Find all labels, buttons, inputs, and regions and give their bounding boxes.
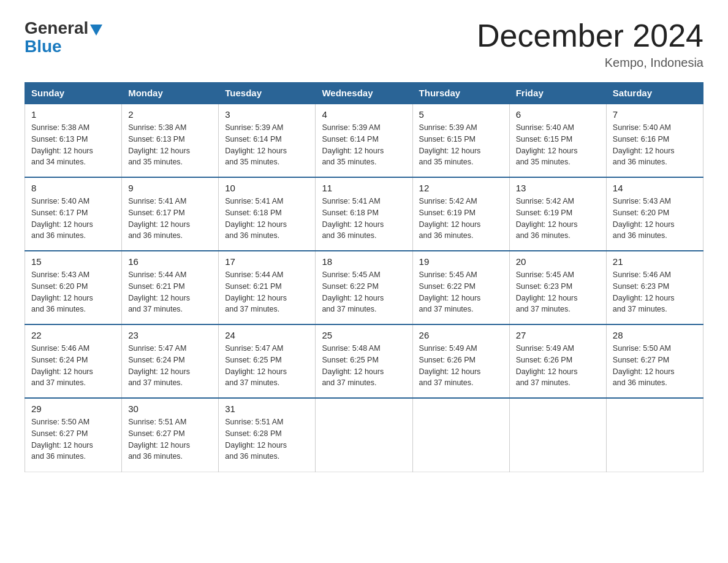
day-info: Sunrise: 5:47 AMSunset: 6:25 PMDaylight:… [225,344,287,387]
day-info: Sunrise: 5:41 AMSunset: 6:17 PMDaylight:… [128,197,190,240]
calendar-week-row: 15 Sunrise: 5:43 AMSunset: 6:20 PMDaylig… [25,251,703,324]
day-number: 1 [31,109,115,120]
day-number: 16 [128,256,212,267]
calendar-body: 1 Sunrise: 5:38 AMSunset: 6:13 PMDayligh… [25,104,703,472]
calendar-day-cell [606,398,703,472]
day-info: Sunrise: 5:46 AMSunset: 6:24 PMDaylight:… [31,344,93,387]
calendar-table: SundayMondayTuesdayWednesdayThursdayFrid… [25,82,703,472]
day-number: 21 [613,256,697,267]
calendar-day-cell: 4 Sunrise: 5:39 AMSunset: 6:14 PMDayligh… [316,104,412,177]
calendar-header: SundayMondayTuesdayWednesdayThursdayFrid… [25,83,703,104]
logo-arrow-icon [90,25,102,36]
day-info: Sunrise: 5:50 AMSunset: 6:27 PMDaylight:… [613,344,675,387]
calendar-day-cell: 23 Sunrise: 5:47 AMSunset: 6:24 PMDaylig… [122,324,219,398]
calendar-day-cell: 16 Sunrise: 5:44 AMSunset: 6:21 PMDaylig… [122,251,219,324]
day-info: Sunrise: 5:40 AMSunset: 6:15 PMDaylight:… [516,123,578,166]
day-number: 19 [419,256,503,267]
day-info: Sunrise: 5:49 AMSunset: 6:26 PMDaylight:… [419,344,481,387]
day-number: 29 [31,404,115,414]
day-number: 26 [419,330,503,340]
weekday-header: Tuesday [219,83,316,104]
day-number: 9 [128,183,212,193]
calendar-day-cell: 6 Sunrise: 5:40 AMSunset: 6:15 PMDayligh… [509,104,606,177]
day-number: 15 [31,256,115,267]
calendar-day-cell: 19 Sunrise: 5:45 AMSunset: 6:22 PMDaylig… [412,251,509,324]
day-info: Sunrise: 5:44 AMSunset: 6:21 PMDaylight:… [128,270,190,313]
day-number: 27 [516,330,600,340]
day-info: Sunrise: 5:42 AMSunset: 6:19 PMDaylight:… [516,197,578,240]
day-number: 24 [225,330,309,340]
day-number: 3 [225,109,309,120]
day-number: 10 [225,183,309,193]
weekday-header: Monday [122,83,219,104]
day-info: Sunrise: 5:42 AMSunset: 6:19 PMDaylight:… [419,197,481,240]
calendar-week-row: 29 Sunrise: 5:50 AMSunset: 6:27 PMDaylig… [25,398,703,472]
day-info: Sunrise: 5:41 AMSunset: 6:18 PMDaylight:… [225,197,287,240]
day-info: Sunrise: 5:50 AMSunset: 6:27 PMDaylight:… [31,418,93,461]
day-number: 8 [31,183,115,193]
day-number: 12 [419,183,503,193]
day-number: 30 [128,404,212,414]
calendar-day-cell: 26 Sunrise: 5:49 AMSunset: 6:26 PMDaylig… [412,324,509,398]
day-info: Sunrise: 5:39 AMSunset: 6:14 PMDaylight:… [322,123,384,166]
calendar-day-cell: 29 Sunrise: 5:50 AMSunset: 6:27 PMDaylig… [25,398,122,472]
day-info: Sunrise: 5:47 AMSunset: 6:24 PMDaylight:… [128,344,190,387]
calendar-day-cell: 10 Sunrise: 5:41 AMSunset: 6:18 PMDaylig… [219,177,316,251]
day-info: Sunrise: 5:51 AMSunset: 6:28 PMDaylight:… [225,418,287,461]
weekday-header: Saturday [606,83,703,104]
weekday-header: Wednesday [316,83,412,104]
calendar-day-cell [316,398,412,472]
day-info: Sunrise: 5:39 AMSunset: 6:15 PMDaylight:… [419,123,481,166]
day-info: Sunrise: 5:45 AMSunset: 6:23 PMDaylight:… [516,270,578,313]
calendar-day-cell [509,398,606,472]
calendar-day-cell: 20 Sunrise: 5:45 AMSunset: 6:23 PMDaylig… [509,251,606,324]
day-number: 4 [322,109,406,120]
calendar-day-cell: 3 Sunrise: 5:39 AMSunset: 6:14 PMDayligh… [219,104,316,177]
day-info: Sunrise: 5:39 AMSunset: 6:14 PMDaylight:… [225,123,287,166]
day-number: 5 [419,109,503,120]
day-number: 13 [516,183,600,193]
day-info: Sunrise: 5:41 AMSunset: 6:18 PMDaylight:… [322,197,384,240]
day-number: 11 [322,183,406,193]
calendar-day-cell: 8 Sunrise: 5:40 AMSunset: 6:17 PMDayligh… [25,177,122,251]
calendar-day-cell: 28 Sunrise: 5:50 AMSunset: 6:27 PMDaylig… [606,324,703,398]
day-info: Sunrise: 5:49 AMSunset: 6:26 PMDaylight:… [516,344,578,387]
calendar-day-cell [412,398,509,472]
weekday-header: Thursday [412,83,509,104]
day-number: 28 [613,330,697,340]
calendar-week-row: 22 Sunrise: 5:46 AMSunset: 6:24 PMDaylig… [25,324,703,398]
calendar-week-row: 1 Sunrise: 5:38 AMSunset: 6:13 PMDayligh… [25,104,703,177]
calendar-day-cell: 27 Sunrise: 5:49 AMSunset: 6:26 PMDaylig… [509,324,606,398]
day-info: Sunrise: 5:51 AMSunset: 6:27 PMDaylight:… [128,418,190,461]
calendar-day-cell: 13 Sunrise: 5:42 AMSunset: 6:19 PMDaylig… [509,177,606,251]
logo: General Blue [25,18,102,56]
calendar-day-cell: 15 Sunrise: 5:43 AMSunset: 6:20 PMDaylig… [25,251,122,324]
day-info: Sunrise: 5:48 AMSunset: 6:25 PMDaylight:… [322,344,384,387]
day-info: Sunrise: 5:40 AMSunset: 6:17 PMDaylight:… [31,197,93,240]
calendar-day-cell: 12 Sunrise: 5:42 AMSunset: 6:19 PMDaylig… [412,177,509,251]
calendar-subtitle: Kempo, Indonesia [477,56,703,70]
day-info: Sunrise: 5:46 AMSunset: 6:23 PMDaylight:… [613,270,675,313]
calendar-day-cell: 22 Sunrise: 5:46 AMSunset: 6:24 PMDaylig… [25,324,122,398]
day-info: Sunrise: 5:40 AMSunset: 6:16 PMDaylight:… [613,123,675,166]
day-number: 6 [516,109,600,120]
calendar-week-row: 8 Sunrise: 5:40 AMSunset: 6:17 PMDayligh… [25,177,703,251]
calendar-day-cell: 11 Sunrise: 5:41 AMSunset: 6:18 PMDaylig… [316,177,412,251]
day-number: 23 [128,330,212,340]
calendar-title: December 2024 [477,18,703,53]
calendar-day-cell: 30 Sunrise: 5:51 AMSunset: 6:27 PMDaylig… [122,398,219,472]
day-info: Sunrise: 5:43 AMSunset: 6:20 PMDaylight:… [613,197,675,240]
day-info: Sunrise: 5:44 AMSunset: 6:21 PMDaylight:… [225,270,287,313]
calendar-day-cell: 21 Sunrise: 5:46 AMSunset: 6:23 PMDaylig… [606,251,703,324]
page-header: General Blue December 2024 Kempo, Indone… [25,18,703,70]
calendar-day-cell: 31 Sunrise: 5:51 AMSunset: 6:28 PMDaylig… [219,398,316,472]
calendar-day-cell: 18 Sunrise: 5:45 AMSunset: 6:22 PMDaylig… [316,251,412,324]
calendar-day-cell: 14 Sunrise: 5:43 AMSunset: 6:20 PMDaylig… [606,177,703,251]
calendar-day-cell: 7 Sunrise: 5:40 AMSunset: 6:16 PMDayligh… [606,104,703,177]
day-number: 22 [31,330,115,340]
day-info: Sunrise: 5:45 AMSunset: 6:22 PMDaylight:… [322,270,384,313]
calendar-day-cell: 17 Sunrise: 5:44 AMSunset: 6:21 PMDaylig… [219,251,316,324]
title-block: December 2024 Kempo, Indonesia [477,18,703,70]
day-number: 14 [613,183,697,193]
day-info: Sunrise: 5:45 AMSunset: 6:22 PMDaylight:… [419,270,481,313]
